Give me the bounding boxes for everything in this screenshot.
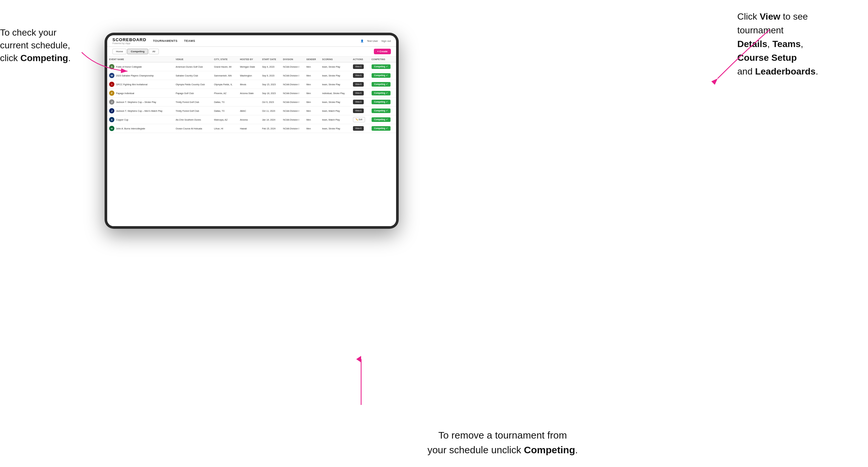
competing-button[interactable]: Competing ✓ xyxy=(372,117,391,122)
table-container[interactable]: EVENT NAME VENUE CITY, STATE HOSTED BY S… xyxy=(107,57,396,226)
cell-date: Sep 9, 2023 xyxy=(260,71,281,80)
cell-scoring: team, Match Play xyxy=(320,106,351,115)
cell-competing[interactable]: Competing ✓ xyxy=(370,62,396,71)
event-name: John A. Burns Intercollegiate xyxy=(116,127,145,130)
tab-all[interactable]: All xyxy=(149,49,159,54)
cell-date: Feb 15, 2024 xyxy=(260,124,281,133)
view-button[interactable]: View ℹ xyxy=(353,82,364,87)
team-logo: I xyxy=(109,82,114,87)
cell-scoring: team, Stroke Play xyxy=(320,71,351,80)
cell-division: NCAA Division I xyxy=(281,71,304,80)
competing-button[interactable]: Competing ✓ xyxy=(372,82,391,87)
annotation-bold: Competing xyxy=(20,53,68,63)
annotation-period: . xyxy=(68,53,70,63)
tr-bold3: Teams xyxy=(772,39,801,49)
table-body: S Folds of Honor Collegiate American Dun… xyxy=(107,62,396,133)
cell-actions[interactable]: View ℹ xyxy=(351,80,370,89)
cell-competing[interactable]: Competing ✓ xyxy=(370,115,396,124)
competing-button[interactable]: Competing ✓ xyxy=(372,64,391,69)
cell-city: Dallas, TX xyxy=(212,106,238,115)
cell-competing[interactable]: Competing ✓ xyxy=(370,80,396,89)
competing-button[interactable]: Competing ✓ xyxy=(372,126,391,131)
cell-venue: Trinity Forest Golf Club xyxy=(174,98,212,106)
bottom-line2: your schedule unclick xyxy=(428,444,524,455)
table-row: I OFCC Fighting Illini Invitational Olym… xyxy=(107,80,396,89)
cell-hosted: Illinois xyxy=(238,80,260,89)
cell-scoring: team, Match Play xyxy=(320,115,351,124)
cell-gender: Men xyxy=(304,80,320,89)
nav-teams[interactable]: TEAMS xyxy=(184,39,195,42)
toolbar: Home Competing All + Create xyxy=(107,47,396,57)
cell-scoring: individual, Stroke Play xyxy=(320,89,351,98)
cell-competing[interactable]: Competing ✓ xyxy=(370,98,396,106)
cell-venue: Papago Golf Club xyxy=(174,89,212,98)
team-logo: A xyxy=(109,117,114,122)
view-button[interactable]: View ℹ xyxy=(353,73,364,78)
event-name: Jackson T. Stephens Cup – Men's Match Pl… xyxy=(116,110,162,112)
tr-comma2: , xyxy=(801,39,803,49)
team-logo: J xyxy=(109,108,114,114)
tr-line2: to see xyxy=(780,11,808,22)
cell-actions[interactable]: View ℹ xyxy=(351,89,370,98)
cell-venue: American Dunes Golf Club xyxy=(174,62,212,71)
cell-competing[interactable]: Competing ✓ xyxy=(370,89,396,98)
view-button[interactable]: View ℹ xyxy=(353,64,364,69)
view-button[interactable]: View ℹ xyxy=(353,126,364,131)
cell-date: Sep 18, 2023 xyxy=(260,89,281,98)
cell-date: Oct 9, 2023 xyxy=(260,98,281,106)
cell-event: J Jackson T. Stephens Cup – Stroke Play xyxy=(107,98,174,106)
cell-hosted: Washington xyxy=(238,71,260,80)
cell-division: NCAA Division I xyxy=(281,89,304,98)
competing-button[interactable]: Competing ✓ xyxy=(372,108,391,113)
cell-gender: Men xyxy=(304,115,320,124)
cell-gender: Men xyxy=(304,71,320,80)
col-competing: COMPETING xyxy=(370,57,396,62)
annotation-line1: To check your xyxy=(0,27,57,38)
signout-link[interactable]: Sign out xyxy=(381,39,391,42)
col-date: START DATE xyxy=(260,57,281,62)
view-button[interactable]: View ℹ xyxy=(353,100,364,104)
cell-competing[interactable]: Competing ✓ xyxy=(370,124,396,133)
user-name: Test User xyxy=(367,39,378,42)
cell-city: Dallas, TX xyxy=(212,98,238,106)
cell-gender: Men xyxy=(304,124,320,133)
team-logo: J xyxy=(109,99,114,104)
cell-actions[interactable]: ✏️ Edit xyxy=(351,115,370,124)
cell-city: Olympia Fields, IL xyxy=(212,80,238,89)
cell-gender: Men xyxy=(304,98,320,106)
annotation-line3: click xyxy=(0,53,20,63)
tr-line1: Click xyxy=(737,11,760,22)
create-button[interactable]: + Create xyxy=(374,49,391,54)
competing-button[interactable]: Competing ✓ xyxy=(372,91,391,95)
cell-date: Oct 11, 2023 xyxy=(260,106,281,115)
cell-division: NCAA Division I xyxy=(281,106,304,115)
cell-city: Maricopa, AZ xyxy=(212,115,238,124)
cell-competing[interactable]: Competing ✓ xyxy=(370,106,396,115)
table-row: P Papago Individual Papago Golf Club Pho… xyxy=(107,89,396,98)
cell-actions[interactable]: View ℹ xyxy=(351,71,370,80)
table-row: J Jackson T. Stephens Cup – Men's Match … xyxy=(107,106,396,115)
annotation-line2: current schedule, xyxy=(0,40,70,50)
col-actions: ACTIONS xyxy=(351,57,370,62)
cell-competing[interactable]: Competing ✓ xyxy=(370,71,396,80)
cell-city: Grand Haven, MI xyxy=(212,62,238,71)
edit-button[interactable]: ✏️ Edit xyxy=(353,117,365,122)
event-name: Copper Cup xyxy=(116,119,128,121)
cell-actions[interactable]: View ℹ xyxy=(351,62,370,71)
view-button[interactable]: View ℹ xyxy=(353,91,364,95)
col-hosted: HOSTED BY xyxy=(238,57,260,62)
table-header: EVENT NAME VENUE CITY, STATE HOSTED BY S… xyxy=(107,57,396,62)
nav-tournaments[interactable]: TOURNAMENTS xyxy=(153,39,178,42)
cell-division: NCAA Division I xyxy=(281,62,304,71)
view-button[interactable]: View ℹ xyxy=(353,108,364,113)
cell-actions[interactable]: View ℹ xyxy=(351,106,370,115)
competing-button[interactable]: Competing ✓ xyxy=(372,73,391,78)
col-city: CITY, STATE xyxy=(212,57,238,62)
table-row: H John A. Burns Intercollegiate Ocean Co… xyxy=(107,124,396,133)
cell-hosted: Hawaii xyxy=(238,124,260,133)
competing-button[interactable]: Competing ✓ xyxy=(372,100,391,104)
cell-actions[interactable]: View ℹ xyxy=(351,124,370,133)
bottom-period: . xyxy=(575,444,578,455)
cell-actions[interactable]: View ℹ xyxy=(351,98,370,106)
brand-name: SCOREBOARD xyxy=(113,37,147,42)
